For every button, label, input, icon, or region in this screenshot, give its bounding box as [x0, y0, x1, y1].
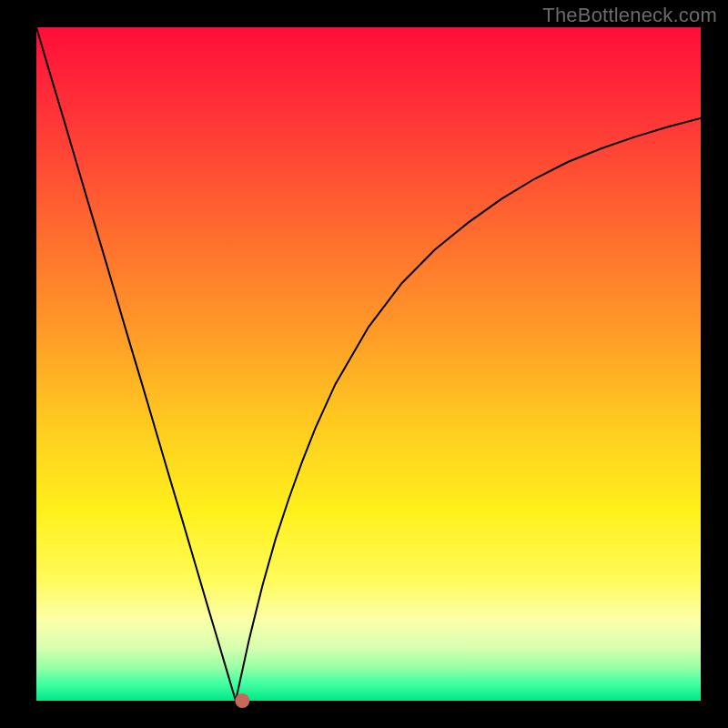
watermark-text: TheBottleneck.com: [542, 4, 717, 27]
vertex-marker: [235, 693, 249, 708]
bottleneck-chart: TheBottleneck.com: [0, 0, 728, 728]
chart-svg: [0, 0, 728, 728]
